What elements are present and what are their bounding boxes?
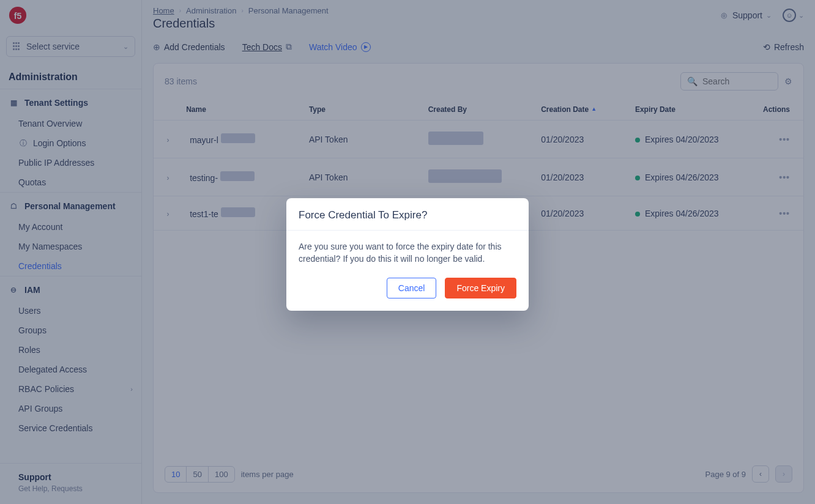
modal-title: Force Credential To Expire? — [286, 198, 529, 231]
force-expire-modal: Force Credential To Expire? Are you sure… — [286, 198, 529, 311]
cancel-button[interactable]: Cancel — [387, 278, 437, 298]
force-expiry-button[interactable]: Force Expiry — [445, 278, 516, 298]
modal-body-text: Are you sure you want to force the expir… — [286, 231, 529, 269]
modal-overlay[interactable]: Force Credential To Expire? Are you sure… — [0, 0, 815, 504]
